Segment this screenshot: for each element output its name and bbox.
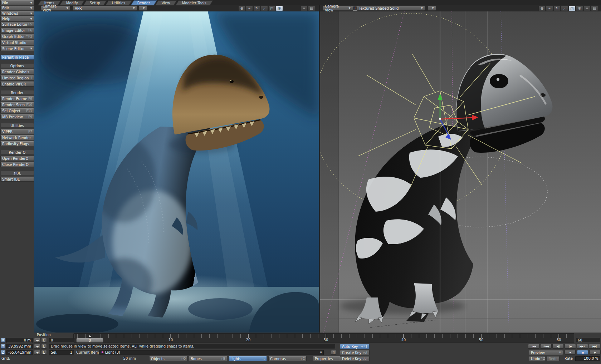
delete-key-button[interactable]: Delete Key del	[340, 356, 370, 361]
redo-button[interactable]: Redo	[547, 356, 560, 361]
move-icon[interactable]: ⌖	[546, 6, 553, 11]
sidebar-item-close-renderq[interactable]: Close RenderQ	[0, 162, 34, 167]
envelope-button[interactable]: E	[41, 344, 47, 349]
tab-view[interactable]: View	[155, 0, 177, 5]
sidebar-item-scene-editor[interactable]: Scene Editor▼	[0, 46, 34, 51]
sidebar-item-network-render[interactable]: Network Render	[0, 135, 34, 140]
maximize-icon[interactable]: ◳	[568, 6, 576, 11]
position-value-x[interactable]: 0 m	[6, 338, 33, 343]
maximize-icon[interactable]: ◳	[268, 6, 275, 11]
menu-windows[interactable]: Windows▼	[0, 11, 34, 16]
current-item-dropdown[interactable]: ✱ Light (3) ▼	[99, 350, 324, 355]
end-frame-field[interactable]: 60	[576, 338, 600, 343]
next-key-button[interactable]: ▶▶+	[577, 344, 588, 349]
sidebar-item-render-frame[interactable]: Render FrameF9	[0, 96, 34, 101]
sidebar-item-graph-editor[interactable]: Graph Editor^F2	[0, 34, 34, 39]
tab-utilities[interactable]: Utilities	[106, 0, 132, 5]
spacer	[0, 52, 34, 55]
prev-frame-button[interactable]: ◀||	[552, 344, 564, 349]
shortcut-label: F9	[28, 97, 32, 100]
pause-button[interactable]: ▮▮	[577, 350, 588, 355]
tab-modeler-tools[interactable]: Modeler Tools	[176, 0, 213, 5]
rate-field[interactable]: 100.0 %	[575, 356, 600, 361]
sidebar-item-viper[interactable]: VIPERF7	[0, 129, 34, 134]
timeline-ruler[interactable]: 102030405060 0	[73, 333, 574, 343]
sidebar-item-surface-editor[interactable]: Surface EditorF5	[0, 22, 34, 27]
next-frame-button[interactable]: ||▶	[565, 344, 576, 349]
item-panel-toggle-button[interactable]: ▯	[331, 350, 336, 355]
position-value-y[interactable]: 39.9992 mm	[6, 344, 33, 349]
auto-key-button[interactable]: Auto Key +F1	[340, 344, 370, 349]
sidebar-item-smart-ibl[interactable]: Smart IBL	[0, 177, 34, 182]
nudge-arrows-button[interactable]: ◀▶	[34, 338, 40, 343]
sidebar-item-parent-in-place[interactable]: Parent in Place	[0, 55, 34, 60]
left-viewport-options-dropdown[interactable]: ▼	[138, 6, 147, 11]
jump-start-button[interactable]: |◀◀	[528, 344, 539, 349]
delete-key-label: Delete Key	[342, 357, 361, 361]
chevron-down-icon: ▼	[30, 1, 32, 4]
jump-end-button[interactable]: ▶▶|	[589, 344, 600, 349]
opengl-viewport-canvas[interactable]	[320, 11, 601, 333]
right-viewport-options-dropdown[interactable]: ▼	[427, 6, 436, 11]
play-reverse-button[interactable]: ◀	[565, 350, 576, 355]
sidebar-item-limited-region[interactable]: Limited Regionl	[0, 75, 34, 80]
tab-render[interactable]: Render	[131, 0, 157, 5]
film-icon[interactable]: ▤	[308, 6, 315, 11]
sidebar-item-label: Enable VIPER	[2, 82, 26, 86]
zoom-icon[interactable]: ⌕	[261, 6, 268, 11]
undo-button[interactable]: Undo ^Z	[529, 356, 545, 361]
left-view-type-dropdown[interactable]: Camera View ▼	[40, 6, 70, 11]
sidebar-item-virtual-studio[interactable]: Virtual Studio	[0, 40, 34, 45]
prev-key-button[interactable]: +◀◀	[540, 344, 552, 349]
item-type-bones[interactable]: Bones+B	[189, 356, 227, 361]
nudge-arrows-button[interactable]: ◀▶	[34, 344, 40, 349]
sidebar-item-enable-viper[interactable]: Enable VIPER	[0, 82, 34, 87]
menu-file[interactable]: File▼	[0, 0, 34, 5]
item-type-objects[interactable]: Objects+O	[149, 356, 187, 361]
axis-button-z[interactable]: Z	[1, 350, 5, 355]
pan-icon[interactable]: ⊕	[238, 6, 245, 11]
vpr-render-canvas[interactable]	[34, 11, 319, 333]
light-item-icon: ✱	[101, 350, 104, 355]
frame-slider-handle[interactable]: 0	[76, 338, 103, 343]
sidebar-item-open-renderq[interactable]: Open RenderQ	[0, 156, 34, 161]
sidebar-item-render-scene[interactable]: Render SceneF10	[0, 102, 34, 107]
sidebar-item-radiosity-flags[interactable]: Radiosity Flags	[0, 141, 34, 146]
tab-label: Setup	[90, 1, 100, 5]
film-icon[interactable]: ▤	[591, 6, 598, 11]
menu-icon[interactable]: ≡	[583, 6, 591, 11]
rotate-icon[interactable]: ↻	[553, 6, 561, 11]
sidebar-item-sel-object[interactable]: Sel ObjectF11	[0, 108, 34, 113]
envelope-button[interactable]: E	[41, 350, 47, 355]
create-key-button[interactable]: Create Key ret	[340, 350, 370, 355]
sidebar-item-mb-preview[interactable]: MB Preview+F9	[0, 114, 34, 119]
menu-edit[interactable]: Edit▼	[0, 6, 34, 10]
menu-icon[interactable]: ≡	[300, 6, 308, 11]
position-value-z[interactable]: -65.0419mm	[6, 350, 33, 355]
move-icon[interactable]: ⌖	[246, 6, 253, 11]
right-view-type-dropdown[interactable]: Camera View ▼	[323, 6, 353, 11]
tab-setup[interactable]: Setup	[83, 0, 107, 5]
sidebar-item-image-editor[interactable]: Image EditorF6	[0, 28, 34, 33]
menu-help[interactable]: Help▼	[0, 16, 34, 21]
left-render-mode-dropdown[interactable]: VPR ▼	[73, 6, 137, 11]
zoom-icon[interactable]: ⌕	[561, 6, 568, 11]
camera-icon[interactable]: ✇	[276, 6, 283, 11]
current-frame-field[interactable]: 0	[49, 338, 74, 343]
timeline-major-tick	[171, 334, 171, 338]
rotate-icon[interactable]: ↻	[253, 6, 260, 11]
axis-button-y[interactable]: Y	[1, 344, 5, 349]
right-render-mode-dropdown[interactable]: T Textured Shaded Solid ▼	[351, 6, 425, 11]
axis-button-x[interactable]: X	[1, 338, 5, 343]
camera-icon[interactable]: ✇	[576, 6, 583, 11]
play-button[interactable]: ▶	[590, 350, 601, 355]
pan-icon[interactable]: ⊕	[538, 6, 546, 11]
nudge-arrows-button[interactable]: ◀▶	[34, 350, 40, 355]
envelope-button[interactable]: E	[41, 338, 47, 343]
item-type-lights[interactable]: Lights+L	[229, 356, 267, 361]
item-type-cameras[interactable]: Cameras+C	[268, 356, 307, 361]
preview-dropdown[interactable]: Preview ▼	[529, 350, 563, 355]
current-item-label: Current Item	[76, 350, 99, 355]
shortcut-label: del	[362, 357, 367, 360]
sidebar-item-render-globals[interactable]: Render Globals	[0, 69, 34, 74]
